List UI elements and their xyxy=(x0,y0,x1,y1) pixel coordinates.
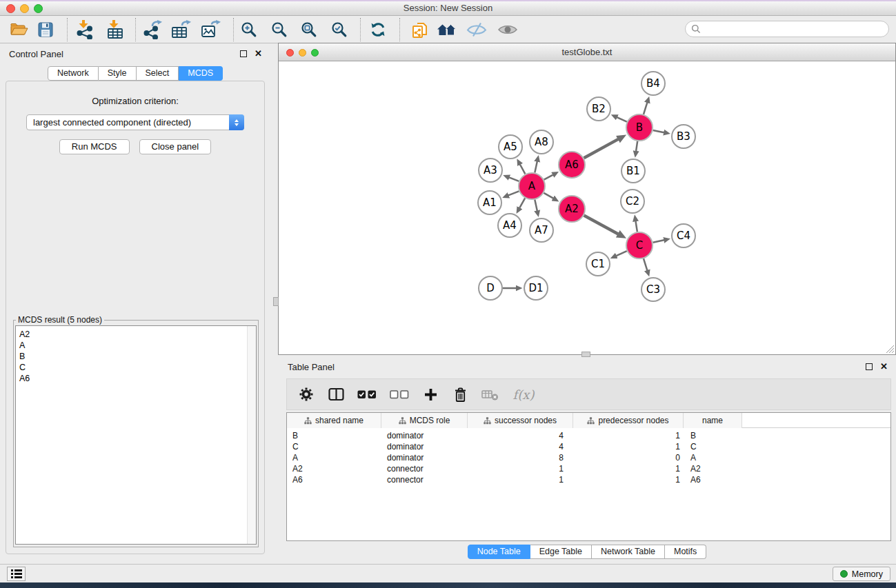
add-column-icon[interactable] xyxy=(421,384,439,405)
graph-node-A6[interactable]: A6 xyxy=(559,152,585,178)
graph-edge-B-B1[interactable] xyxy=(636,141,637,152)
save-session-icon[interactable] xyxy=(34,19,57,41)
close-table-panel-icon[interactable]: ✕ xyxy=(880,363,888,370)
graph-edge-B-B3[interactable] xyxy=(653,130,664,132)
graph-edge-A-A4[interactable] xyxy=(519,198,525,207)
graph-node-A5[interactable]: A5 xyxy=(499,135,522,159)
close-window-button[interactable] xyxy=(6,4,15,13)
zoom-out-icon[interactable] xyxy=(268,19,291,41)
graph-node-B3[interactable]: B3 xyxy=(672,125,695,148)
close-panel-icon[interactable]: ✕ xyxy=(255,50,262,57)
table-tab-edge-table[interactable]: Edge Table xyxy=(530,545,592,559)
graph-node-C2[interactable]: C2 xyxy=(621,190,644,213)
network-close-button[interactable] xyxy=(286,49,294,57)
graph-edge-A-A5[interactable] xyxy=(520,165,526,174)
table-row-a[interactable]: Adominator80A xyxy=(287,452,890,463)
graph-node-A4[interactable]: A4 xyxy=(498,214,521,237)
mcds-result-item[interactable]: A2 xyxy=(19,329,256,340)
graph-node-D[interactable]: D xyxy=(479,276,502,300)
graph-edge-C-C4[interactable] xyxy=(653,240,664,243)
table-tab-network-table[interactable]: Network Table xyxy=(592,545,665,559)
table-row-a6[interactable]: A6connector11A6 xyxy=(287,474,890,485)
graph-edge-A-A1[interactable] xyxy=(508,191,519,195)
mcds-result-item[interactable]: B xyxy=(19,351,256,362)
graph-node-B[interactable]: B xyxy=(626,114,653,141)
graph-node-A7[interactable]: A7 xyxy=(530,219,553,242)
export-network-icon[interactable] xyxy=(141,19,164,41)
network-from-file-icon[interactable] xyxy=(408,19,431,41)
run-mcds-button[interactable]: Run MCDS xyxy=(59,139,130,154)
export-image-icon[interactable] xyxy=(199,19,223,41)
export-table-icon[interactable] xyxy=(170,19,193,41)
graph-node-B2[interactable]: B2 xyxy=(587,97,610,121)
tab-network[interactable]: Network xyxy=(48,66,99,81)
mcds-result-item[interactable]: A xyxy=(19,340,256,351)
search-box[interactable] xyxy=(685,21,889,37)
optimization-criterion-select[interactable]: largest connected component (directed) xyxy=(26,114,244,130)
float-panel-icon[interactable] xyxy=(240,50,247,57)
column-header-mcds-role[interactable]: MCDS role xyxy=(381,413,468,428)
graph-node-D1[interactable]: D1 xyxy=(524,276,548,300)
graph-edge-A-A7[interactable] xyxy=(535,200,537,211)
gear-icon[interactable] xyxy=(297,384,315,405)
graph-node-C3[interactable]: C3 xyxy=(641,278,665,301)
home-icon[interactable] xyxy=(435,19,459,41)
network-minimize-button[interactable] xyxy=(299,49,306,57)
import-network-icon[interactable] xyxy=(73,19,97,41)
mcds-result-item[interactable]: C xyxy=(19,362,256,373)
hide-details-icon[interactable] xyxy=(465,19,488,41)
graph-edge-A-A8[interactable] xyxy=(535,161,537,172)
task-history-button[interactable] xyxy=(7,567,26,581)
network-graph[interactable]: B4B2BB3A5A8A6B1A3AA1C2A2A4A7C4CC1DD1C3 xyxy=(279,62,895,355)
table-row-a2[interactable]: A2connector11A2 xyxy=(287,463,890,474)
graph-node-C[interactable]: C xyxy=(626,232,653,258)
minimize-window-button[interactable] xyxy=(20,4,29,13)
zoom-fit-icon[interactable] xyxy=(297,19,321,41)
zoom-in-icon[interactable] xyxy=(237,19,261,41)
select-all-columns-icon[interactable] xyxy=(357,384,377,405)
result-list-scrollbar[interactable] xyxy=(247,326,256,544)
table-tab-node-table[interactable]: Node Table xyxy=(468,545,530,559)
search-input[interactable] xyxy=(704,24,888,34)
graph-node-A1[interactable]: A1 xyxy=(478,191,501,214)
graph-edge-B-B4[interactable] xyxy=(644,103,647,114)
graph-node-A8[interactable]: A8 xyxy=(530,130,553,154)
memory-button[interactable]: Memory xyxy=(833,567,890,581)
graph-edge-A-A2[interactable] xyxy=(544,193,553,199)
graph-edge-A2-C[interactable] xyxy=(584,216,619,234)
graph-edge-C-C2[interactable] xyxy=(636,221,637,232)
zoom-selected-icon[interactable] xyxy=(328,19,351,41)
tab-select[interactable]: Select xyxy=(137,66,179,81)
graph-edge-C-C1[interactable] xyxy=(616,251,626,256)
splitter-handle-left[interactable] xyxy=(273,297,279,306)
column-header-predecessor-nodes[interactable]: predecessor nodes xyxy=(573,413,684,428)
graph-node-A2[interactable]: A2 xyxy=(559,196,585,222)
mcds-result-item[interactable]: A6 xyxy=(19,373,256,384)
network-canvas[interactable]: B4B2BB3A5A8A6B1A3AA1C2A2A4A7C4CC1DD1C3 xyxy=(279,62,895,354)
import-table-icon[interactable] xyxy=(103,19,127,41)
zoom-window-button[interactable] xyxy=(34,4,43,13)
graph-node-C1[interactable]: C1 xyxy=(586,252,610,276)
column-header-successor-nodes[interactable]: successor nodes xyxy=(468,413,573,428)
graph-edge-A6-B[interactable] xyxy=(584,139,619,158)
graph-edge-B-B2[interactable] xyxy=(617,117,626,122)
graph-edge-C-C3[interactable] xyxy=(644,258,647,270)
column-header-shared-name[interactable]: shared name xyxy=(287,413,381,428)
float-table-panel-icon[interactable] xyxy=(866,363,873,370)
network-zoom-button[interactable] xyxy=(311,49,319,57)
split-columns-icon[interactable] xyxy=(327,384,345,405)
tab-mcds[interactable]: MCDS xyxy=(179,66,223,81)
refresh-icon[interactable] xyxy=(366,19,390,41)
graph-edge-A-A3[interactable] xyxy=(509,177,519,181)
splitter-handle-bottom[interactable] xyxy=(581,352,590,357)
graph-node-A[interactable]: A xyxy=(519,173,545,199)
graph-edge-A-A6[interactable] xyxy=(544,175,553,180)
close-panel-button[interactable]: Close panel xyxy=(139,139,212,154)
mcds-result-list[interactable]: A2ABCA6 xyxy=(15,325,257,545)
graph-node-A3[interactable]: A3 xyxy=(479,159,502,182)
deselect-all-columns-icon[interactable] xyxy=(389,384,410,405)
tab-style[interactable]: Style xyxy=(99,66,137,81)
table-tab-motifs[interactable]: Motifs xyxy=(665,545,706,559)
window-resize-grip[interactable] xyxy=(886,345,895,354)
graph-node-B1[interactable]: B1 xyxy=(621,159,645,183)
